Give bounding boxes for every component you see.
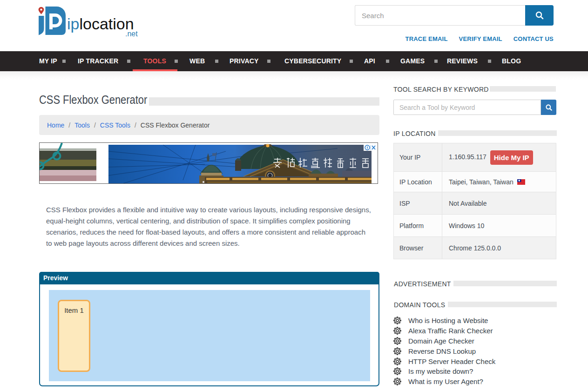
svg-text:iplocation: iplocation [67,15,134,33]
